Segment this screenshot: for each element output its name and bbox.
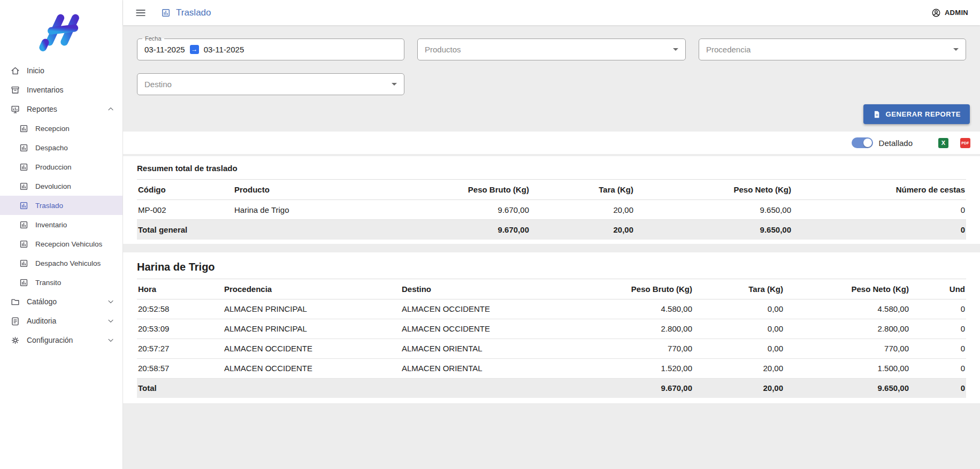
table-row: 20:53:09ALMACEN PRINCIPALALMACEN OCCIDEN…: [137, 319, 966, 339]
audit-icon: [10, 316, 20, 326]
date-range-field[interactable]: Fecha 03-11-2025 → 03-11-2025: [137, 39, 404, 60]
sidebar-item-devolucion[interactable]: Devolucion: [0, 176, 122, 196]
destino-placeholder: Destino: [144, 80, 172, 89]
account-icon: [931, 8, 941, 18]
table-cell: ALMACEN OCCIDENTE: [401, 319, 560, 339]
chevron-down-icon: [106, 317, 115, 325]
chevron-down-icon: [106, 336, 115, 344]
sidebar-item-configuracion[interactable]: Configuración: [0, 330, 122, 350]
table-cell: Número de cestas: [792, 180, 966, 200]
report-item-icon: [18, 162, 29, 172]
page-title: Traslado: [176, 7, 211, 18]
detail-title: Harina de Trigo: [123, 252, 980, 279]
settings-icon: [10, 335, 20, 345]
table-cell: 20:58:57: [137, 358, 223, 378]
table-cell: Total general: [137, 220, 233, 240]
sidebar-item-inicio[interactable]: Inicio: [0, 61, 122, 80]
table-cell: 4.580,00: [560, 299, 693, 319]
sidebar-item-despacho[interactable]: Despacho: [0, 138, 122, 157]
table-cell: 20,00: [530, 220, 634, 240]
table-cell: [233, 220, 367, 240]
table-cell: ALMACEN OCCIDENTE: [223, 339, 401, 358]
export-excel-icon[interactable]: X: [938, 138, 948, 148]
toggle-knob: [863, 139, 872, 147]
sidebar-item-transito[interactable]: Transito: [0, 273, 122, 292]
sidebar-item-catalogo[interactable]: Catálogo: [0, 292, 122, 311]
report-item-icon: [18, 258, 29, 268]
table-cell: 770,00: [560, 339, 693, 358]
generate-report-label: GENERAR REPORTE: [886, 110, 961, 118]
table-cell: Total: [137, 378, 223, 398]
user-menu[interactable]: ADMIN: [931, 8, 968, 18]
table-total-row: Total general9.670,0020,009.650,000: [137, 220, 966, 240]
report-item-icon: [18, 142, 29, 153]
table-cell: 0: [792, 220, 966, 240]
date-range-value: 03-11-2025 → 03-11-2025: [144, 45, 244, 54]
productos-placeholder: Productos: [425, 45, 461, 54]
table-cell: 20:57:27: [137, 339, 223, 358]
actions-row: GENERAR REPORTE: [123, 95, 980, 124]
table-cell: 9.670,00: [367, 220, 530, 240]
table-cell: Peso Bruto (Kg): [367, 180, 530, 200]
table-cell: 0: [910, 358, 966, 378]
summary-section: Resumen total de traslado CódigoProducto…: [123, 156, 980, 244]
topbar: Traslado ADMIN: [123, 0, 980, 25]
table-header-row: CódigoProductoPeso Bruto (Kg)Tara (Kg)Pe…: [137, 180, 966, 200]
table-cell: ALMACEN PRINCIPAL: [223, 299, 401, 319]
detail-section: Harina de Trigo HoraProcedenciaDestinoPe…: [123, 252, 980, 404]
sidebar-item-reportes[interactable]: Reportes: [0, 99, 122, 119]
destino-select[interactable]: Destino: [137, 73, 404, 95]
sidebar-item-label: Catálogo: [27, 297, 106, 306]
export-toolbar: Detallado X PDF: [123, 132, 980, 154]
table-cell: Hora: [137, 279, 223, 299]
user-name: ADMIN: [945, 9, 968, 17]
menu-toggle-button[interactable]: [135, 7, 147, 19]
sidebar-item-recepcion[interactable]: Recepcion: [0, 119, 122, 138]
date-from[interactable]: 03-11-2025: [144, 45, 185, 54]
filters: Fecha 03-11-2025 → 03-11-2025 Productos …: [123, 25, 980, 95]
table-cell: Peso Neto (Kg): [634, 180, 792, 200]
table-cell: 20,00: [530, 200, 634, 220]
content-filler: [123, 403, 980, 469]
sidebar-item-inventarios[interactable]: Inventarios: [0, 80, 122, 99]
document-icon: [872, 110, 881, 119]
inventory-icon: [10, 84, 20, 95]
sidebar-item-label: Transito: [35, 279, 115, 287]
export-pdf-icon[interactable]: PDF: [960, 138, 970, 148]
table-cell: 4.580,00: [784, 299, 910, 319]
sidebar-item-traslado[interactable]: Traslado: [0, 196, 122, 215]
table-cell: 0,00: [693, 339, 784, 358]
table-cell: [401, 378, 560, 398]
date-arrow-icon: →: [190, 45, 199, 54]
sidebar-item-despacho-vehiculos[interactable]: Despacho Vehiculos: [0, 253, 122, 273]
table-row: MP-002Harina de Trigo9.670,0020,009.650,…: [137, 200, 966, 220]
sidebar: InicioInventariosReportesRecepcionDespac…: [0, 0, 123, 469]
sidebar-item-auditoria[interactable]: Auditoria: [0, 311, 122, 330]
table-row: 20:52:58ALMACEN PRINCIPALALMACEN OCCIDEN…: [137, 299, 966, 319]
report-item-icon: [18, 239, 29, 249]
table-cell: Destino: [401, 279, 560, 299]
table-cell: 20,00: [693, 358, 784, 378]
table-cell: Procedencia: [223, 279, 401, 299]
sidebar-item-recepcion-vehiculos[interactable]: Recepcion Vehiculos: [0, 234, 122, 253]
app-root: InicioInventariosReportesRecepcionDespac…: [0, 0, 980, 469]
date-range-label: Fecha: [142, 35, 164, 42]
date-to[interactable]: 03-11-2025: [204, 45, 244, 54]
detallado-toggle[interactable]: [852, 137, 873, 148]
report-item-icon: [18, 181, 29, 191]
table-cell: 770,00: [784, 339, 910, 358]
sidebar-item-inventario[interactable]: Inventario: [0, 215, 122, 234]
sidebar-item-label: Traslado: [35, 202, 115, 210]
sidebar-item-produccion[interactable]: Produccion: [0, 157, 122, 176]
report-item-icon: [18, 123, 29, 134]
table-cell: ALMACEN ORIENTAL: [401, 358, 560, 378]
table-cell: Peso Bruto (Kg): [560, 279, 693, 299]
sidebar-item-label: Auditoria: [27, 317, 106, 325]
table-cell: 0,00: [693, 299, 784, 319]
procedencia-select[interactable]: Procedencia: [699, 39, 966, 60]
sidebar-item-label: Recepcion: [35, 125, 115, 133]
sidebar-item-label: Despacho: [35, 144, 115, 152]
table-cell: Harina de Trigo: [233, 200, 367, 220]
generate-report-button[interactable]: GENERAR REPORTE: [863, 104, 970, 124]
productos-select[interactable]: Productos: [417, 39, 686, 60]
